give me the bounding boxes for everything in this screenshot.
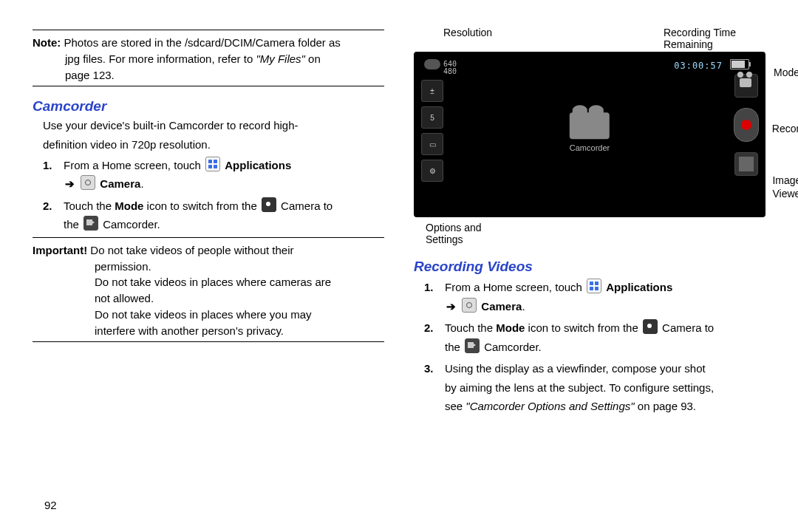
r3cpost: on page 93. xyxy=(635,400,696,412)
heading-camcorder: Camcorder xyxy=(33,98,384,115)
imp-l3: Do not take videos in places where camer… xyxy=(95,276,331,288)
important-lead: Important! xyxy=(33,244,87,256)
note-line1: Photos are stored in the /sdcard/DCIM/Ca… xyxy=(64,36,341,49)
important-block: Important! Do not take videos of people … xyxy=(33,242,384,339)
imp-l5: Do not take videos in places where you m… xyxy=(95,308,312,321)
step-num: 2. xyxy=(43,197,58,234)
opts-l1: Options and xyxy=(426,222,482,233)
rstep-2: 2. Touch the Mode icon to switch from th… xyxy=(424,318,765,356)
r2c: Camera to xyxy=(659,321,714,334)
camcorder-icon xyxy=(83,216,98,231)
s2d: the xyxy=(64,218,82,231)
imp-l6: interfere with another person's privacy. xyxy=(95,324,284,337)
label-viewer-1: Image xyxy=(772,174,798,186)
center-camcorder-graphic: Camcorder xyxy=(570,112,610,152)
rstep-3: 3. Using the display as a viewfinder, co… xyxy=(424,359,765,416)
r2b: icon to switch from the xyxy=(525,321,641,334)
step1-end: . xyxy=(140,177,143,190)
options-strip: ± 5 ▭ ⚙ xyxy=(421,80,443,182)
r1-end: . xyxy=(522,300,525,313)
r2a: Touch the xyxy=(445,321,496,334)
note-line2-post: on xyxy=(305,52,321,65)
arrow-icon: ➔ xyxy=(446,297,456,316)
strip-number[interactable]: 5 xyxy=(421,106,443,129)
cloud-icon xyxy=(424,59,440,69)
resolution-readout: 640 480 xyxy=(443,61,457,75)
r1-pre: From a Home screen, touch xyxy=(445,281,585,293)
rule-before-important xyxy=(33,237,384,238)
s2b: icon to switch from the xyxy=(143,200,260,212)
resolution-button[interactable]: ▭ xyxy=(421,133,443,155)
rule-after-note xyxy=(33,86,384,86)
camcorder-steps: 1. From a Home screen, touch Application… xyxy=(33,156,384,234)
image-viewer-button[interactable] xyxy=(734,152,758,176)
label-rectime-2: Remaining xyxy=(664,38,713,50)
applications-icon xyxy=(205,157,220,171)
arrow-icon: ➔ xyxy=(65,174,75,194)
step-num: 1. xyxy=(424,278,439,316)
note-line2-pre: jpg files. For more information, refer t… xyxy=(65,52,256,65)
note-ref: "My Files" xyxy=(256,52,304,65)
s2e: Camcorder. xyxy=(100,218,160,231)
r1-camera: Camera xyxy=(481,300,522,313)
page-number: 92 xyxy=(44,499,57,511)
imp-l2: permission. xyxy=(95,260,151,273)
applications-icon xyxy=(587,279,601,293)
rstep-1: 1. From a Home screen, touch Application… xyxy=(424,278,765,316)
right-button-strip xyxy=(733,74,760,176)
recording-steps: 1. From a Home screen, touch Application… xyxy=(414,278,765,416)
heading-recording-videos: Recording Videos xyxy=(414,259,765,275)
battery-icon xyxy=(730,59,749,69)
r2e: Camcorder. xyxy=(481,341,542,353)
center-label: Camcorder xyxy=(570,143,610,152)
camcorder-screen: 640 480 03:00:57 Camcorder ± 5 xyxy=(414,52,765,217)
imp-l4: not allowed. xyxy=(95,292,154,304)
label-options-settings: Options and Settings xyxy=(414,219,765,245)
s2a: Touch the xyxy=(64,200,115,212)
intro-line1: Use your device's built-in Camcorder to … xyxy=(33,117,384,134)
settings-gear-icon[interactable]: ⚙ xyxy=(421,160,443,182)
label-rectime-1: Recording Time xyxy=(664,27,736,38)
r3a: Using the display as a viewfinder, compo… xyxy=(445,362,706,375)
step-num: 3. xyxy=(424,359,439,416)
camera-icon xyxy=(81,175,95,190)
camcorder-icon xyxy=(465,338,480,353)
recording-time-readout: 03:00:57 xyxy=(674,61,723,71)
record-button[interactable] xyxy=(734,108,759,142)
intro-line2: definition video in 720p resolution. xyxy=(33,137,384,153)
rule-top xyxy=(33,30,384,30)
r1-apps: Applications xyxy=(606,281,672,293)
r2d: the xyxy=(445,341,463,353)
step1-camera: Camera xyxy=(100,177,140,190)
camera-mode-icon xyxy=(262,197,276,212)
mode-button[interactable] xyxy=(734,74,758,98)
res-line2: 480 xyxy=(443,67,457,75)
camcorder-big-icon xyxy=(570,112,610,139)
label-record: Record xyxy=(772,123,798,136)
camera-mode-icon xyxy=(643,319,658,334)
s2mode: Mode xyxy=(115,200,143,212)
note-block: Note: Photos are stored in the /sdcard/D… xyxy=(33,35,384,83)
label-resolution: Resolution xyxy=(443,27,492,50)
r3cref: "Camcorder Options and Settings" xyxy=(466,400,634,412)
note-lead: Note: xyxy=(33,36,61,49)
exposure-button[interactable]: ± xyxy=(421,80,443,102)
step1-apps: Applications xyxy=(225,159,291,171)
step1-pre: From a Home screen, touch xyxy=(64,159,204,171)
imp-l1: Do not take videos of people without the… xyxy=(90,244,293,256)
label-mode: Mode xyxy=(774,66,798,80)
left-column: Note: Photos are stored in the /sdcard/D… xyxy=(33,27,384,517)
camera-icon xyxy=(462,298,477,313)
right-column: Resolution Recording Time Remaining 640 … xyxy=(414,27,765,517)
step-2: 2. Touch the Mode icon to switch from th… xyxy=(43,197,384,234)
step-num: 1. xyxy=(43,156,58,194)
rule-after-important xyxy=(33,341,384,342)
s2c: Camera to xyxy=(278,200,332,212)
r2mode: Mode xyxy=(496,321,525,334)
r3cpre: see xyxy=(445,400,466,412)
step-1: 1. From a Home screen, touch Application… xyxy=(43,156,384,194)
opts-l2: Settings xyxy=(426,233,463,245)
camcorder-figure: Resolution Recording Time Remaining 640 … xyxy=(414,27,765,245)
label-viewer-2: Viewer xyxy=(772,188,798,200)
r3b: by aiming the lens at the subject. To co… xyxy=(445,381,714,394)
